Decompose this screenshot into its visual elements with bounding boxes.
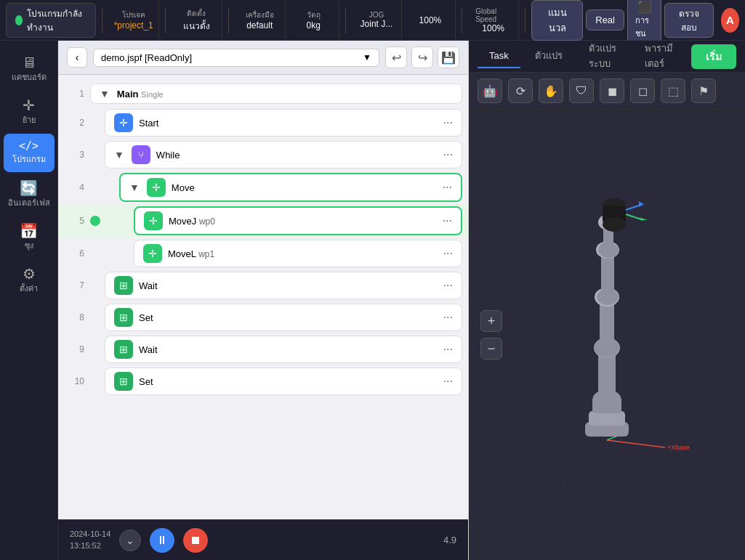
expand-while-triangle[interactable]: ▼ — [114, 149, 124, 161]
sync-view-button[interactable]: ⟳ — [508, 78, 533, 103]
sidebar-item-program[interactable]: </> โปรแกรม — [4, 134, 55, 171]
tab-variables[interactable]: ตัวแปร — [523, 42, 574, 70]
more-button[interactable]: ··· — [443, 116, 453, 129]
project-value: *project_1 — [114, 20, 153, 31]
more-button[interactable]: ··· — [443, 181, 452, 194]
move-block[interactable]: ▼ ✛ Move ··· — [119, 173, 462, 202]
sidebar-item-dashboard[interactable]: 🖥 แดชบอร์ด — [4, 48, 55, 89]
avatar-button[interactable]: A — [721, 8, 739, 33]
set-block[interactable]: ⊞ Set ··· — [105, 368, 462, 395]
table-row: 1 ▼ Main Single — [58, 81, 468, 107]
sidebar-label-move: ย้าย — [23, 115, 36, 125]
move-icon: ✛ — [147, 178, 166, 197]
more-button[interactable]: ··· — [443, 375, 453, 388]
more-button[interactable]: ··· — [443, 279, 453, 292]
status-button[interactable]: โปรแกรมกำลังทำงาน — [6, 3, 96, 38]
viewer-tabs: Task ตัวแปร ตัวแปรระบบ พารามีเตอร์ เริ่ม — [469, 41, 745, 73]
wait-block[interactable]: ⊞ Wait ··· — [105, 336, 462, 363]
sidebar-label-dashboard: แดชบอร์ด — [12, 73, 47, 82]
expand-triangle[interactable]: ▼ — [100, 88, 110, 100]
wait-block[interactable]: ⊞ Wait ··· — [105, 272, 462, 299]
while-icon: ⑂ — [132, 145, 150, 164]
line-number: 4 — [64, 182, 84, 192]
sidebar-item-move[interactable]: ✛ ย้าย — [4, 91, 55, 132]
tab-params[interactable]: พารามีเตอร์ — [633, 35, 685, 78]
sidebar-item-schedule[interactable]: 📅 ซุง — [4, 216, 55, 258]
version-label: 4.9 — [443, 535, 456, 545]
set-icon: ⊞ — [114, 308, 133, 327]
sidebar-label-interface: อินเตอร์เฟส — [8, 198, 50, 208]
shield-view-button[interactable]: 🛡 — [569, 78, 594, 103]
set-icon: ⊞ — [114, 372, 133, 391]
monitor-icon: 🖥 — [22, 55, 36, 70]
expand-button[interactable]: ⌄ — [119, 529, 141, 551]
pause-icon: ⏸ — [156, 534, 168, 547]
undo-button[interactable]: ↩ — [385, 46, 407, 68]
cube-solid-icon: ◼ — [608, 84, 617, 98]
sidebar-label-schedule: ซุง — [25, 241, 33, 251]
main-block[interactable]: ▼ Main Single — [90, 84, 462, 104]
pause-button[interactable]: ⏸ — [150, 528, 174, 553]
set-block[interactable]: ⊞ Set ··· — [105, 304, 462, 331]
tab-task[interactable]: Task — [478, 44, 520, 68]
more-button[interactable]: ··· — [443, 247, 453, 260]
hand-icon: ✋ — [544, 84, 558, 98]
while-block[interactable]: ▼ ⑂ While ··· — [105, 141, 462, 169]
dropdown-icon: ▼ — [363, 52, 371, 62]
more-button[interactable]: ··· — [443, 214, 452, 227]
more-button[interactable]: ··· — [443, 343, 453, 356]
table-row: 10 ⊞ Set ··· — [58, 365, 468, 397]
hand-view-button[interactable]: ✋ — [539, 78, 563, 103]
line-number: 2 — [64, 118, 84, 128]
expand-move-triangle[interactable]: ▼ — [129, 182, 140, 193]
more-button[interactable]: ··· — [443, 311, 453, 324]
save-button[interactable]: 💾 — [438, 46, 459, 68]
wait-icon: ⊞ — [114, 340, 133, 359]
svg-point-19 — [598, 242, 619, 258]
sidebar-label-program: โปรแกรม — [12, 155, 46, 164]
start-block[interactable]: ✛ Start ··· — [105, 109, 462, 137]
sidebar-label-settings: ตั้งค่า — [20, 284, 38, 293]
line-number: 8 — [64, 312, 84, 322]
table-row: 8 ⊞ Set ··· — [58, 301, 468, 333]
code-icon: </> — [19, 141, 39, 152]
more-button[interactable]: ··· — [443, 148, 453, 161]
back-button[interactable]: ‹ — [67, 47, 87, 68]
table-row: 5 ✛ MoveJ wp0 ··· — [58, 204, 468, 238]
stop-button[interactable]: ⏹ — [183, 528, 208, 553]
cube-outline-button[interactable]: ◻ — [630, 78, 655, 103]
time-label: 13:15:52 — [70, 540, 110, 551]
redo-button[interactable]: ↪ — [411, 46, 433, 68]
weight-item: วัตถุ 0kg — [289, 0, 339, 40]
project-item[interactable]: โปรเจค *project_1 — [108, 0, 159, 40]
flag-icon: ⚑ — [698, 84, 709, 98]
file-selector[interactable]: demo.jspf [ReadOnly] ▼ — [93, 49, 379, 67]
tab-system-vars[interactable]: ตัวแปรระบบ — [577, 35, 630, 78]
sidebar-item-interface[interactable]: 🔄 อินเตอร์เฟส — [4, 174, 55, 215]
flag-button[interactable]: ⚑ — [691, 78, 716, 103]
viewer-panel: Task ตัวแปร ตัวแปรระบบ พารามีเตอร์ เริ่ม… — [469, 41, 745, 560]
sidebar-item-settings[interactable]: ⚙ ตั้งค่า — [4, 259, 55, 301]
robot-view-button[interactable]: 🤖 — [478, 78, 502, 103]
jog-value: Joint J... — [361, 19, 393, 29]
sep2 — [165, 7, 166, 33]
execution-dot — [90, 216, 100, 226]
cube-solid-button[interactable]: ◼ — [600, 78, 624, 103]
settings-icon: ⚙ — [23, 267, 36, 281]
svg-text:+Xbase: +Xbase — [667, 444, 690, 451]
movel-icon: ✛ — [143, 244, 162, 263]
real-button[interactable]: Real — [586, 9, 624, 31]
manual-button[interactable]: แมนนวล — [531, 0, 583, 41]
jog-item[interactable]: JOG Joint J... — [351, 0, 402, 40]
cube-wire-icon: ⬚ — [668, 84, 679, 98]
cube-outline-icon: ◻ — [638, 84, 648, 98]
movel-block[interactable]: ✛ MoveL wp1 ··· — [134, 240, 462, 267]
sidebar: 🖥 แดชบอร์ด ✛ ย้าย </> โปรแกรม 🔄 อินเตอร์… — [0, 41, 58, 560]
check-button[interactable]: ตรวจสอบ — [664, 3, 713, 38]
line-number: 5 — [64, 216, 84, 226]
status-dot — [15, 15, 23, 25]
start-button[interactable]: เริ่ม — [691, 44, 736, 69]
jog-pct: 100% — [419, 15, 442, 25]
movej-block[interactable]: ✛ MoveJ wp0 ··· — [134, 206, 462, 235]
cube-wire-button[interactable]: ⬚ — [661, 78, 685, 103]
